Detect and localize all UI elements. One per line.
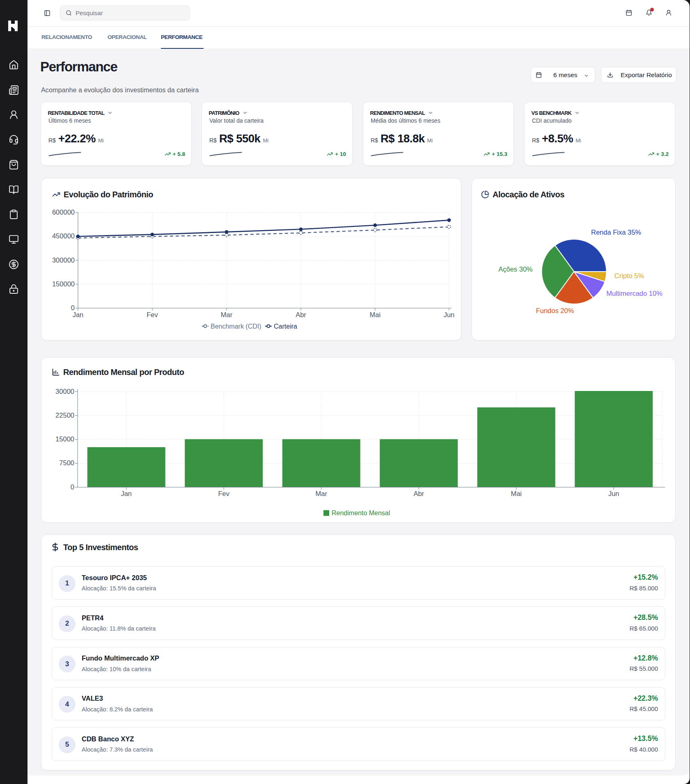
svg-text:Mar: Mar (221, 311, 233, 318)
svg-text:Jan: Jan (73, 311, 84, 318)
svg-text:Jun: Jun (444, 311, 455, 318)
svg-text:450000: 450000 (52, 232, 75, 240)
svg-text:600000: 600000 (52, 208, 75, 216)
svg-text:Benchmark (CDI): Benchmark (CDI) (211, 323, 261, 330)
svg-text:Abr: Abr (413, 490, 424, 497)
svg-text:Abr: Abr (296, 311, 306, 318)
svg-text:Mai: Mai (370, 311, 381, 318)
svg-text:300000: 300000 (52, 256, 75, 264)
svg-text:7500: 7500 (59, 459, 74, 466)
svg-text:0: 0 (71, 483, 74, 491)
svg-text:Jun: Jun (608, 490, 619, 497)
svg-text:Mar: Mar (316, 490, 328, 497)
svg-text:15000: 15000 (55, 435, 74, 443)
svg-text:30000: 30000 (55, 388, 74, 395)
svg-text:Renda Fixa 35%: Renda Fixa 35% (591, 229, 641, 236)
svg-text:Multimercado 10%: Multimercado 10% (606, 290, 662, 297)
svg-text:Fev: Fev (218, 490, 229, 497)
svg-text:Fev: Fev (147, 311, 158, 318)
svg-text:Cripto 5%: Cripto 5% (614, 272, 644, 279)
svg-text:Mai: Mai (511, 490, 522, 497)
svg-text:Rendimento Mensal: Rendimento Mensal (332, 510, 390, 517)
svg-text:Jan: Jan (121, 490, 132, 497)
svg-text:Carteira: Carteira (274, 323, 297, 330)
svg-text:22500: 22500 (55, 411, 74, 419)
svg-text:0: 0 (71, 304, 75, 311)
svg-text:Ações 30%: Ações 30% (498, 265, 533, 273)
svg-text:Fundos 20%: Fundos 20% (536, 307, 574, 314)
svg-text:150000: 150000 (52, 280, 75, 288)
